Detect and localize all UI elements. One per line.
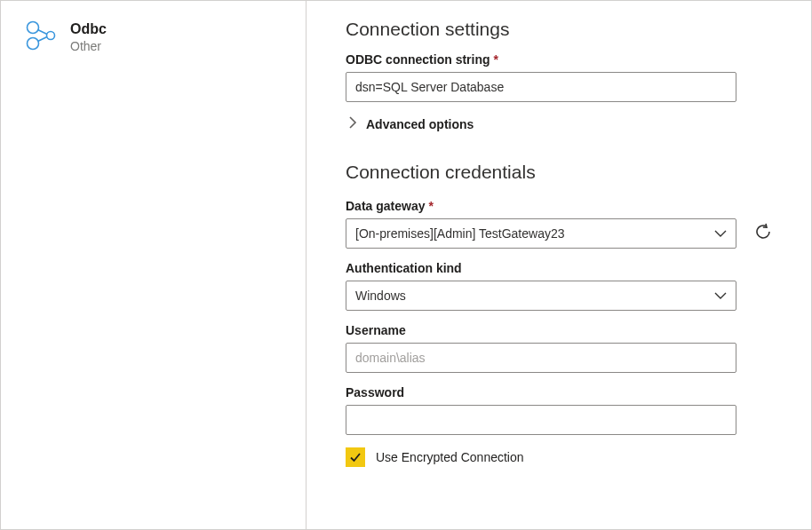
settings-heading: Connection settings (346, 19, 776, 40)
data-gateway-label-text: Data gateway (346, 199, 425, 213)
username-input[interactable] (346, 343, 736, 373)
data-gateway-label: Data gateway * (346, 199, 776, 213)
encrypted-connection-label: Use Encrypted Connection (376, 450, 524, 464)
advanced-options-label: Advanced options (366, 117, 474, 131)
svg-line-3 (38, 30, 48, 35)
advanced-options-toggle[interactable]: Advanced options (346, 116, 776, 131)
connector-subtitle: Other (70, 39, 107, 53)
username-field: Username (346, 323, 776, 373)
svg-line-4 (38, 37, 48, 42)
username-label: Username (346, 323, 776, 337)
password-input[interactable] (346, 405, 736, 435)
connector-meta: Odbc Other (70, 19, 107, 511)
encrypted-connection-checkbox[interactable] (346, 447, 365, 467)
connection-string-label: ODBC connection string * (346, 52, 776, 67)
svg-point-2 (47, 32, 55, 40)
connector-sidebar: Odbc Other (1, 1, 306, 529)
auth-kind-field: Authentication kind Windows (346, 261, 776, 311)
required-marker: * (493, 52, 498, 67)
refresh-gateway-button[interactable] (751, 221, 776, 246)
connector-title: Odbc (70, 20, 107, 37)
credentials-heading: Connection credentials (346, 162, 776, 183)
refresh-icon (753, 222, 773, 245)
connection-string-field: ODBC connection string * (346, 52, 776, 102)
auth-kind-label: Authentication kind (346, 261, 776, 275)
connection-string-label-text: ODBC connection string (346, 52, 490, 67)
chevron-right-icon (349, 116, 357, 131)
required-marker: * (428, 199, 433, 213)
password-label: Password (346, 385, 776, 399)
svg-point-1 (28, 38, 39, 50)
auth-kind-value: Windows (355, 289, 406, 303)
encrypted-connection-row: Use Encrypted Connection (346, 447, 776, 467)
connection-string-input[interactable] (346, 72, 736, 102)
main-panel: Connection settings ODBC connection stri… (306, 1, 811, 529)
chevron-down-icon (714, 226, 727, 241)
chevron-down-icon (714, 289, 727, 303)
data-gateway-value: [On-premises][Admin] TestGateway23 (355, 226, 565, 241)
data-gateway-field: Data gateway * [On-premises][Admin] Test… (346, 199, 776, 249)
check-icon (348, 450, 362, 464)
data-gateway-select[interactable]: [On-premises][Admin] TestGateway23 (346, 218, 736, 249)
auth-kind-select[interactable]: Windows (346, 281, 736, 311)
password-field: Password (346, 385, 776, 435)
connection-dialog: Odbc Other Connection settings ODBC conn… (0, 0, 812, 530)
odbc-icon (24, 19, 58, 511)
svg-point-0 (28, 22, 39, 34)
